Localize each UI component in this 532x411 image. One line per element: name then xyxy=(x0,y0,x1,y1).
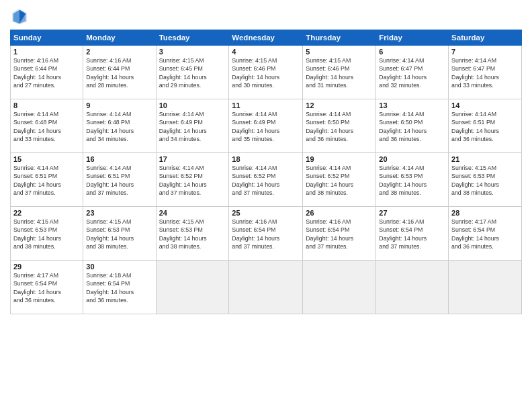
header xyxy=(10,7,522,26)
day-number: 24 xyxy=(159,209,226,217)
day-info: Sunrise: 4:18 AMSunset: 6:54 PMDaylight:… xyxy=(86,271,152,304)
day-info: Sunrise: 4:14 AMSunset: 6:52 PMDaylight:… xyxy=(306,164,373,197)
logo xyxy=(10,7,32,26)
day-number: 22 xyxy=(13,209,80,217)
header-row: Sunday Monday Tuesday Wednesday Thursday… xyxy=(11,30,522,46)
day-info: Sunrise: 4:15 AMSunset: 6:53 PMDaylight:… xyxy=(451,164,519,197)
day-cell: 13Sunrise: 4:14 AMSunset: 6:50 PMDayligh… xyxy=(376,99,449,153)
day-cell: 20Sunrise: 4:14 AMSunset: 6:53 PMDayligh… xyxy=(376,153,449,207)
week-row-4: 22Sunrise: 4:15 AMSunset: 6:53 PMDayligh… xyxy=(11,207,522,261)
day-info: Sunrise: 4:17 AMSunset: 6:54 PMDaylight:… xyxy=(13,271,80,304)
day-info: Sunrise: 4:15 AMSunset: 6:46 PMDaylight:… xyxy=(306,56,373,89)
day-cell: 22Sunrise: 4:15 AMSunset: 6:53 PMDayligh… xyxy=(11,207,83,261)
day-cell xyxy=(303,261,376,314)
day-cell: 17Sunrise: 4:14 AMSunset: 6:52 PMDayligh… xyxy=(156,153,229,207)
col-thursday: Thursday xyxy=(303,30,376,46)
day-number: 25 xyxy=(232,209,300,217)
day-number: 17 xyxy=(159,155,226,163)
col-monday: Monday xyxy=(83,30,156,46)
day-number: 29 xyxy=(13,263,80,271)
day-info: Sunrise: 4:16 AMSunset: 6:54 PMDaylight:… xyxy=(379,218,445,250)
day-cell: 21Sunrise: 4:15 AMSunset: 6:53 PMDayligh… xyxy=(449,153,522,207)
day-cell: 8Sunrise: 4:14 AMSunset: 6:48 PMDaylight… xyxy=(11,99,83,153)
day-info: Sunrise: 4:16 AMSunset: 6:44 PMDaylight:… xyxy=(86,56,152,89)
week-row-1: 1Sunrise: 4:16 AMSunset: 6:44 PMDaylight… xyxy=(11,46,522,99)
day-cell: 5Sunrise: 4:15 AMSunset: 6:46 PMDaylight… xyxy=(303,46,376,99)
day-info: Sunrise: 4:14 AMSunset: 6:49 PMDaylight:… xyxy=(159,110,226,143)
day-info: Sunrise: 4:14 AMSunset: 6:51 PMDaylight:… xyxy=(86,164,152,197)
day-number: 3 xyxy=(159,48,226,56)
day-number: 1 xyxy=(13,48,80,56)
day-cell: 12Sunrise: 4:14 AMSunset: 6:50 PMDayligh… xyxy=(303,99,376,153)
day-number: 11 xyxy=(232,101,300,109)
day-cell: 4Sunrise: 4:15 AMSunset: 6:46 PMDaylight… xyxy=(229,46,303,99)
day-cell: 29Sunrise: 4:17 AMSunset: 6:54 PMDayligh… xyxy=(11,261,83,314)
day-cell: 30Sunrise: 4:18 AMSunset: 6:54 PMDayligh… xyxy=(83,261,156,314)
week-row-5: 29Sunrise: 4:17 AMSunset: 6:54 PMDayligh… xyxy=(11,261,522,314)
day-number: 26 xyxy=(306,209,373,217)
day-info: Sunrise: 4:15 AMSunset: 6:45 PMDaylight:… xyxy=(159,56,226,89)
day-number: 19 xyxy=(306,155,373,163)
day-info: Sunrise: 4:14 AMSunset: 6:51 PMDaylight:… xyxy=(13,164,80,197)
day-cell: 10Sunrise: 4:14 AMSunset: 6:49 PMDayligh… xyxy=(156,99,229,153)
day-cell: 27Sunrise: 4:16 AMSunset: 6:54 PMDayligh… xyxy=(376,207,449,261)
day-info: Sunrise: 4:16 AMSunset: 6:54 PMDaylight:… xyxy=(232,218,300,250)
day-number: 12 xyxy=(306,101,373,109)
day-number: 4 xyxy=(232,48,300,56)
day-number: 28 xyxy=(451,209,519,217)
day-info: Sunrise: 4:14 AMSunset: 6:50 PMDaylight:… xyxy=(306,110,373,143)
day-cell: 26Sunrise: 4:16 AMSunset: 6:54 PMDayligh… xyxy=(303,207,376,261)
day-info: Sunrise: 4:14 AMSunset: 6:52 PMDaylight:… xyxy=(159,164,226,197)
day-info: Sunrise: 4:16 AMSunset: 6:54 PMDaylight:… xyxy=(306,218,373,250)
day-cell: 1Sunrise: 4:16 AMSunset: 6:44 PMDaylight… xyxy=(11,46,83,99)
day-cell xyxy=(449,261,522,314)
day-number: 14 xyxy=(451,101,519,109)
day-number: 5 xyxy=(306,48,373,56)
page: Sunday Monday Tuesday Wednesday Thursday… xyxy=(0,0,532,411)
day-number: 15 xyxy=(13,155,80,163)
day-cell: 6Sunrise: 4:14 AMSunset: 6:47 PMDaylight… xyxy=(376,46,449,99)
day-info: Sunrise: 4:15 AMSunset: 6:53 PMDaylight:… xyxy=(86,218,152,250)
day-info: Sunrise: 4:14 AMSunset: 6:53 PMDaylight:… xyxy=(379,164,445,197)
col-friday: Friday xyxy=(376,30,449,46)
day-info: Sunrise: 4:15 AMSunset: 6:46 PMDaylight:… xyxy=(232,56,300,89)
day-number: 2 xyxy=(86,48,152,56)
day-cell: 3Sunrise: 4:15 AMSunset: 6:45 PMDaylight… xyxy=(156,46,229,99)
day-number: 13 xyxy=(379,101,445,109)
day-info: Sunrise: 4:14 AMSunset: 6:47 PMDaylight:… xyxy=(451,56,519,89)
day-info: Sunrise: 4:14 AMSunset: 6:50 PMDaylight:… xyxy=(379,110,445,143)
day-info: Sunrise: 4:14 AMSunset: 6:51 PMDaylight:… xyxy=(451,110,519,143)
day-number: 6 xyxy=(379,48,445,56)
week-row-3: 15Sunrise: 4:14 AMSunset: 6:51 PMDayligh… xyxy=(11,153,522,207)
day-number: 20 xyxy=(379,155,445,163)
day-info: Sunrise: 4:17 AMSunset: 6:54 PMDaylight:… xyxy=(451,218,519,250)
day-cell: 9Sunrise: 4:14 AMSunset: 6:48 PMDaylight… xyxy=(83,99,156,153)
day-cell: 11Sunrise: 4:14 AMSunset: 6:49 PMDayligh… xyxy=(229,99,303,153)
day-cell xyxy=(376,261,449,314)
day-cell: 25Sunrise: 4:16 AMSunset: 6:54 PMDayligh… xyxy=(229,207,303,261)
col-tuesday: Tuesday xyxy=(156,30,229,46)
day-number: 18 xyxy=(232,155,300,163)
day-cell: 28Sunrise: 4:17 AMSunset: 6:54 PMDayligh… xyxy=(449,207,522,261)
day-number: 23 xyxy=(86,209,152,217)
day-info: Sunrise: 4:16 AMSunset: 6:44 PMDaylight:… xyxy=(13,56,80,89)
day-number: 8 xyxy=(13,101,80,109)
col-saturday: Saturday xyxy=(449,30,522,46)
day-cell: 15Sunrise: 4:14 AMSunset: 6:51 PMDayligh… xyxy=(11,153,83,207)
day-cell: 7Sunrise: 4:14 AMSunset: 6:47 PMDaylight… xyxy=(449,46,522,99)
day-number: 30 xyxy=(86,263,152,271)
day-cell: 23Sunrise: 4:15 AMSunset: 6:53 PMDayligh… xyxy=(83,207,156,261)
day-info: Sunrise: 4:15 AMSunset: 6:53 PMDaylight:… xyxy=(159,218,226,250)
day-info: Sunrise: 4:14 AMSunset: 6:52 PMDaylight:… xyxy=(232,164,300,197)
day-number: 21 xyxy=(451,155,519,163)
day-cell: 16Sunrise: 4:14 AMSunset: 6:51 PMDayligh… xyxy=(83,153,156,207)
day-number: 16 xyxy=(86,155,152,163)
calendar: Sunday Monday Tuesday Wednesday Thursday… xyxy=(10,30,522,314)
day-cell: 24Sunrise: 4:15 AMSunset: 6:53 PMDayligh… xyxy=(156,207,229,261)
day-cell: 19Sunrise: 4:14 AMSunset: 6:52 PMDayligh… xyxy=(303,153,376,207)
day-info: Sunrise: 4:14 AMSunset: 6:49 PMDaylight:… xyxy=(232,110,300,143)
day-number: 9 xyxy=(86,101,152,109)
day-number: 10 xyxy=(159,101,226,109)
day-info: Sunrise: 4:14 AMSunset: 6:48 PMDaylight:… xyxy=(86,110,152,143)
col-wednesday: Wednesday xyxy=(229,30,303,46)
